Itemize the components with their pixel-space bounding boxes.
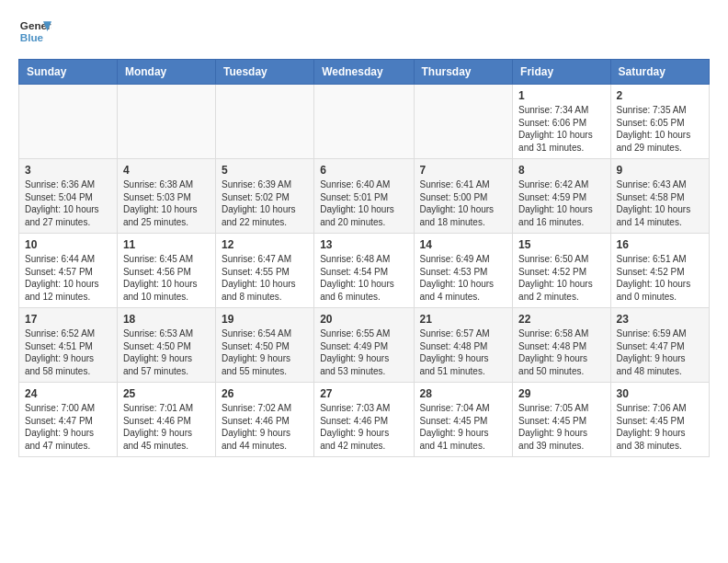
day-number: 4 <box>123 164 210 177</box>
calendar-day-cell: 1Sunrise: 7:34 AM Sunset: 6:06 PM Daylig… <box>513 85 610 159</box>
svg-text:Blue: Blue <box>20 31 44 43</box>
day-info: Sunrise: 6:36 AM Sunset: 5:04 PM Dayligh… <box>25 178 111 228</box>
calendar-day-cell: 4Sunrise: 6:38 AM Sunset: 5:03 PM Daylig… <box>117 159 215 234</box>
day-number: 23 <box>617 313 703 326</box>
day-info: Sunrise: 6:47 AM Sunset: 4:55 PM Dayligh… <box>222 253 308 303</box>
calendar-day-cell: 25Sunrise: 7:01 AM Sunset: 4:46 PM Dayli… <box>117 383 215 457</box>
calendar-week-row: 3Sunrise: 6:36 AM Sunset: 5:04 PM Daylig… <box>19 159 710 234</box>
day-number: 15 <box>518 238 604 251</box>
day-number: 5 <box>222 164 308 177</box>
weekday-header-wednesday: Wednesday <box>314 60 414 85</box>
calendar-day-cell: 8Sunrise: 6:42 AM Sunset: 4:59 PM Daylig… <box>513 159 610 234</box>
day-number: 22 <box>518 313 604 326</box>
calendar-day-cell: 18Sunrise: 6:53 AM Sunset: 4:50 PM Dayli… <box>117 308 215 383</box>
calendar-day-cell: 24Sunrise: 7:00 AM Sunset: 4:47 PM Dayli… <box>19 383 118 457</box>
weekday-header-monday: Monday <box>117 60 215 85</box>
calendar-week-row: 17Sunrise: 6:52 AM Sunset: 4:51 PM Dayli… <box>19 308 710 383</box>
calendar-day-cell: 19Sunrise: 6:54 AM Sunset: 4:50 PM Dayli… <box>215 308 313 383</box>
weekday-header-tuesday: Tuesday <box>215 60 313 85</box>
day-number: 8 <box>518 164 604 177</box>
weekday-header-saturday: Saturday <box>610 60 709 85</box>
day-number: 26 <box>222 387 308 400</box>
calendar-day-cell: 22Sunrise: 6:58 AM Sunset: 4:48 PM Dayli… <box>513 308 610 383</box>
calendar-day-cell: 11Sunrise: 6:45 AM Sunset: 4:56 PM Dayli… <box>117 234 215 308</box>
day-number: 21 <box>420 313 507 326</box>
day-info: Sunrise: 6:44 AM Sunset: 4:57 PM Dayligh… <box>25 253 111 303</box>
calendar-day-cell: 3Sunrise: 6:36 AM Sunset: 5:04 PM Daylig… <box>19 159 118 234</box>
calendar-day-cell: 7Sunrise: 6:41 AM Sunset: 5:00 PM Daylig… <box>414 159 513 234</box>
day-info: Sunrise: 7:05 AM Sunset: 4:45 PM Dayligh… <box>518 402 604 452</box>
calendar-day-cell: 17Sunrise: 6:52 AM Sunset: 4:51 PM Dayli… <box>19 308 118 383</box>
day-number: 2 <box>617 89 703 102</box>
day-info: Sunrise: 6:39 AM Sunset: 5:02 PM Dayligh… <box>222 178 308 228</box>
day-info: Sunrise: 7:04 AM Sunset: 4:45 PM Dayligh… <box>420 402 507 452</box>
day-info: Sunrise: 6:41 AM Sunset: 5:00 PM Dayligh… <box>420 178 507 228</box>
day-number: 24 <box>25 387 111 400</box>
calendar-day-cell: 12Sunrise: 6:47 AM Sunset: 4:55 PM Dayli… <box>215 234 313 308</box>
page: General Blue SundayMondayTuesdayWednesda… <box>0 0 728 472</box>
day-info: Sunrise: 7:03 AM Sunset: 4:46 PM Dayligh… <box>320 402 407 452</box>
day-info: Sunrise: 7:02 AM Sunset: 4:46 PM Dayligh… <box>222 402 308 452</box>
calendar-day-cell <box>314 85 414 159</box>
calendar-day-cell: 5Sunrise: 6:39 AM Sunset: 5:02 PM Daylig… <box>215 159 313 234</box>
calendar-day-cell: 30Sunrise: 7:06 AM Sunset: 4:45 PM Dayli… <box>610 383 709 457</box>
calendar-day-cell: 13Sunrise: 6:48 AM Sunset: 4:54 PM Dayli… <box>314 234 414 308</box>
calendar-day-cell: 23Sunrise: 6:59 AM Sunset: 4:47 PM Dayli… <box>610 308 709 383</box>
weekday-header-thursday: Thursday <box>414 60 513 85</box>
day-number: 30 <box>617 387 703 400</box>
calendar-day-cell: 29Sunrise: 7:05 AM Sunset: 4:45 PM Dayli… <box>513 383 610 457</box>
day-number: 12 <box>222 238 308 251</box>
calendar-day-cell: 21Sunrise: 6:57 AM Sunset: 4:48 PM Dayli… <box>414 308 513 383</box>
logo: General Blue <box>18 15 51 48</box>
day-number: 14 <box>420 238 507 251</box>
day-number: 10 <box>25 238 111 251</box>
day-info: Sunrise: 6:45 AM Sunset: 4:56 PM Dayligh… <box>123 253 210 303</box>
day-number: 1 <box>518 89 604 102</box>
calendar-day-cell <box>117 85 215 159</box>
day-info: Sunrise: 7:01 AM Sunset: 4:46 PM Dayligh… <box>123 402 210 452</box>
day-number: 9 <box>617 164 703 177</box>
calendar-week-row: 24Sunrise: 7:00 AM Sunset: 4:47 PM Dayli… <box>19 383 710 457</box>
calendar-day-cell: 28Sunrise: 7:04 AM Sunset: 4:45 PM Dayli… <box>414 383 513 457</box>
day-info: Sunrise: 6:53 AM Sunset: 4:50 PM Dayligh… <box>123 327 210 377</box>
day-info: Sunrise: 6:58 AM Sunset: 4:48 PM Dayligh… <box>518 327 604 377</box>
day-number: 19 <box>222 313 308 326</box>
calendar-day-cell: 15Sunrise: 6:50 AM Sunset: 4:52 PM Dayli… <box>513 234 610 308</box>
calendar-day-cell: 27Sunrise: 7:03 AM Sunset: 4:46 PM Dayli… <box>314 383 414 457</box>
day-info: Sunrise: 6:48 AM Sunset: 4:54 PM Dayligh… <box>320 253 407 303</box>
day-number: 25 <box>123 387 210 400</box>
day-number: 28 <box>420 387 507 400</box>
day-info: Sunrise: 7:34 AM Sunset: 6:06 PM Dayligh… <box>518 104 604 154</box>
calendar-day-cell: 20Sunrise: 6:55 AM Sunset: 4:49 PM Dayli… <box>314 308 414 383</box>
calendar-day-cell <box>414 85 513 159</box>
day-number: 11 <box>123 238 210 251</box>
day-number: 29 <box>518 387 604 400</box>
calendar-day-cell: 6Sunrise: 6:40 AM Sunset: 5:01 PM Daylig… <box>314 159 414 234</box>
day-number: 18 <box>123 313 210 326</box>
day-info: Sunrise: 6:52 AM Sunset: 4:51 PM Dayligh… <box>25 327 111 377</box>
day-info: Sunrise: 6:42 AM Sunset: 4:59 PM Dayligh… <box>518 178 604 228</box>
calendar-day-cell: 10Sunrise: 6:44 AM Sunset: 4:57 PM Dayli… <box>19 234 118 308</box>
day-number: 3 <box>25 164 111 177</box>
calendar-day-cell <box>19 85 118 159</box>
day-number: 7 <box>420 164 507 177</box>
day-number: 13 <box>320 238 407 251</box>
day-number: 20 <box>320 313 407 326</box>
day-number: 16 <box>617 238 703 251</box>
day-number: 27 <box>320 387 407 400</box>
weekday-header-row: SundayMondayTuesdayWednesdayThursdayFrid… <box>19 60 710 85</box>
calendar-day-cell: 2Sunrise: 7:35 AM Sunset: 6:05 PM Daylig… <box>610 85 709 159</box>
calendar-day-cell: 9Sunrise: 6:43 AM Sunset: 4:58 PM Daylig… <box>610 159 709 234</box>
calendar-day-cell <box>215 85 313 159</box>
day-info: Sunrise: 7:35 AM Sunset: 6:05 PM Dayligh… <box>617 104 703 154</box>
day-info: Sunrise: 6:59 AM Sunset: 4:47 PM Dayligh… <box>617 327 703 377</box>
day-info: Sunrise: 7:06 AM Sunset: 4:45 PM Dayligh… <box>617 402 703 452</box>
weekday-header-friday: Friday <box>513 60 610 85</box>
day-info: Sunrise: 6:40 AM Sunset: 5:01 PM Dayligh… <box>320 178 407 228</box>
day-number: 17 <box>25 313 111 326</box>
calendar-day-cell: 16Sunrise: 6:51 AM Sunset: 4:52 PM Dayli… <box>610 234 709 308</box>
day-info: Sunrise: 6:50 AM Sunset: 4:52 PM Dayligh… <box>518 253 604 303</box>
calendar-day-cell: 14Sunrise: 6:49 AM Sunset: 4:53 PM Dayli… <box>414 234 513 308</box>
day-info: Sunrise: 7:00 AM Sunset: 4:47 PM Dayligh… <box>25 402 111 452</box>
day-info: Sunrise: 6:43 AM Sunset: 4:58 PM Dayligh… <box>617 178 703 228</box>
